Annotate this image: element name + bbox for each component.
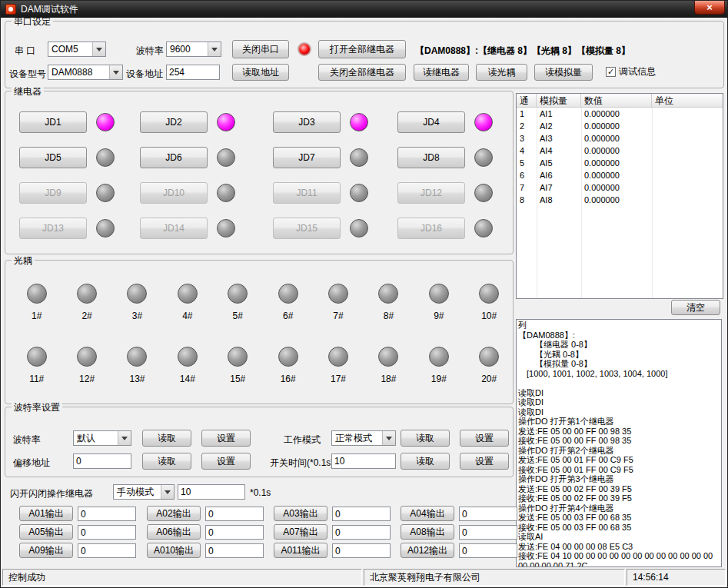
chevron-down-icon[interactable]	[92, 42, 105, 56]
header-channel[interactable]: 通	[517, 94, 537, 107]
work-mode-combo[interactable]: 正常模式	[331, 430, 396, 446]
relay-button-jd8[interactable]: JD8	[397, 147, 465, 168]
close-all-relays-button[interactable]: 关闭全部继电器	[318, 64, 406, 81]
relay-button-jd15[interactable]: JD15	[273, 218, 341, 239]
ao-button-a07[interactable]: A07输出	[274, 524, 327, 540]
relay-button-jd5[interactable]: JD5	[19, 147, 87, 168]
table-row[interactable]: 8AI80.000000	[517, 194, 723, 206]
relay-button-jd9[interactable]: JD9	[19, 182, 87, 204]
chevron-down-icon[interactable]	[161, 485, 174, 499]
table-row[interactable]: 7AI70.000000	[517, 181, 723, 194]
flash-time-input[interactable]	[178, 484, 245, 500]
relay-button-jd12[interactable]: JD12	[397, 182, 465, 204]
table-row[interactable]: 1AI10.000000	[517, 108, 723, 120]
title-bar[interactable]: DAM调试软件 ×	[1, 1, 727, 18]
relay-button-jd1[interactable]: JD1	[19, 111, 87, 133]
ao-button-a05[interactable]: A05输出	[19, 524, 73, 540]
work-mode-set-button[interactable]: 设置	[460, 430, 509, 447]
ao-input-a03[interactable]	[332, 507, 391, 521]
baud-combo[interactable]: 9600	[166, 42, 221, 57]
ao-button-a01[interactable]: A01输出	[19, 506, 73, 521]
read-address-button[interactable]: 读取地址	[232, 64, 289, 81]
relay-button-jd11[interactable]: JD11	[273, 182, 341, 204]
flash-mode-combo[interactable]: 手动模式	[113, 484, 175, 500]
switch-time-read-button[interactable]: 读取	[401, 453, 450, 470]
work-mode-value: 正常模式	[332, 432, 382, 445]
opto-led-17	[328, 347, 348, 367]
clear-button[interactable]: 清空	[671, 300, 720, 315]
offset-read-button[interactable]: 读取	[142, 453, 191, 470]
ao-input-a07[interactable]	[332, 525, 391, 540]
baud-read-button[interactable]: 读取	[142, 430, 191, 447]
status-message: 控制成功	[8, 571, 45, 584]
ao-button-a04[interactable]: A04输出	[401, 506, 454, 521]
header-analog[interactable]: 模拟量	[537, 94, 581, 107]
relay-button-jd14[interactable]: JD14	[140, 218, 208, 239]
baud-default-combo[interactable]: 默认	[73, 430, 131, 446]
switch-time-set-button[interactable]: 设置	[460, 453, 509, 470]
ao-input-a010[interactable]	[205, 543, 264, 558]
read-analog-button[interactable]: 读模拟量	[534, 64, 593, 81]
ao-input-a08[interactable]	[459, 525, 517, 540]
ao-button-a010[interactable]: A010输出	[147, 543, 201, 558]
ao-button-a09[interactable]: A09输出	[19, 543, 73, 558]
relay-button-jd7[interactable]: JD7	[273, 147, 341, 168]
ao-button-a03[interactable]: A03输出	[274, 506, 327, 521]
opto-led-9	[429, 284, 449, 304]
debug-info-checkbox[interactable]: ✓ 调试信息	[606, 65, 656, 78]
chevron-down-icon[interactable]	[208, 42, 221, 56]
header-unit[interactable]: 单位	[652, 94, 723, 107]
relay-button-jd13[interactable]: JD13	[19, 218, 87, 239]
work-mode-read-button[interactable]: 读取	[401, 430, 450, 447]
relay-button-jd3[interactable]: JD3	[273, 111, 341, 133]
table-row[interactable]: 4AI40.000000	[517, 145, 723, 157]
serial-open-led	[298, 42, 311, 56]
opto-led-11	[27, 347, 47, 367]
relay-button-jd10[interactable]: JD10	[140, 182, 208, 204]
close-button[interactable]: ×	[694, 1, 725, 15]
header-value[interactable]: 数值	[581, 94, 652, 107]
open-all-relays-button[interactable]: 打开全部继电器	[318, 40, 406, 58]
ao-input-a011[interactable]	[332, 543, 391, 558]
chevron-down-icon[interactable]	[382, 431, 395, 445]
ao-button-a08[interactable]: A08输出	[401, 524, 454, 540]
chevron-down-icon[interactable]	[118, 431, 131, 445]
ao-input-a06[interactable]	[205, 525, 264, 540]
table-row[interactable]: 6AI60.000000	[517, 169, 723, 181]
read-relays-button[interactable]: 读继电器	[414, 64, 469, 81]
device-address-input[interactable]	[166, 65, 220, 80]
ao-input-a09[interactable]	[78, 543, 136, 558]
chevron-down-icon[interactable]	[109, 65, 122, 79]
table-row[interactable]: 5AI50.000000	[517, 157, 723, 169]
ao-input-a012[interactable]	[459, 543, 517, 558]
ao-button-a02[interactable]: A02输出	[147, 506, 201, 521]
switch-time-input[interactable]	[331, 453, 396, 469]
table-row[interactable]: 2AI20.000000	[517, 120, 723, 132]
port-combo[interactable]: COM5	[48, 42, 106, 57]
ao-input-a01[interactable]	[78, 507, 136, 521]
ao-button-a011[interactable]: A011输出	[274, 543, 327, 558]
relay-button-jd16[interactable]: JD16	[397, 218, 465, 239]
read-opto-button[interactable]: 读光耦	[476, 64, 527, 81]
model-combo[interactable]: DAM0888	[48, 65, 123, 80]
ao-input-a04[interactable]	[459, 507, 517, 521]
baud-set-button[interactable]: 设置	[201, 430, 251, 447]
ao-input-a02[interactable]	[205, 507, 264, 521]
relay-button-jd4[interactable]: JD4	[397, 111, 465, 133]
port-combo-value: COM5	[48, 44, 92, 55]
ao-button-a06[interactable]: A06输出	[147, 524, 201, 540]
debug-log[interactable]: 列 【DAM0888】: 【继电器 0-8】 【光耦 0-8】 【模拟量 0-8…	[516, 319, 722, 567]
opto-label-18: 18#	[381, 374, 396, 384]
ao-input-a05[interactable]	[78, 525, 136, 540]
offset-address-input[interactable]	[73, 453, 131, 469]
table-row[interactable]: 3AI30.000000	[517, 132, 723, 145]
relay-led-jd15	[350, 219, 368, 238]
relay-button-jd2[interactable]: JD2	[140, 111, 208, 133]
opto-label-2: 2#	[81, 311, 91, 321]
ao-button-a012[interactable]: A012输出	[401, 543, 454, 558]
relay-button-jd6[interactable]: JD6	[140, 147, 208, 168]
relay-group: 继电器 JD1 JD2 JD3 JD4 JD5 JD6 JD7 JD8 JD9 …	[5, 91, 514, 254]
opto-led-14	[178, 347, 198, 367]
offset-set-button[interactable]: 设置	[201, 453, 251, 470]
close-serial-button[interactable]: 关闭串口	[232, 40, 289, 58]
